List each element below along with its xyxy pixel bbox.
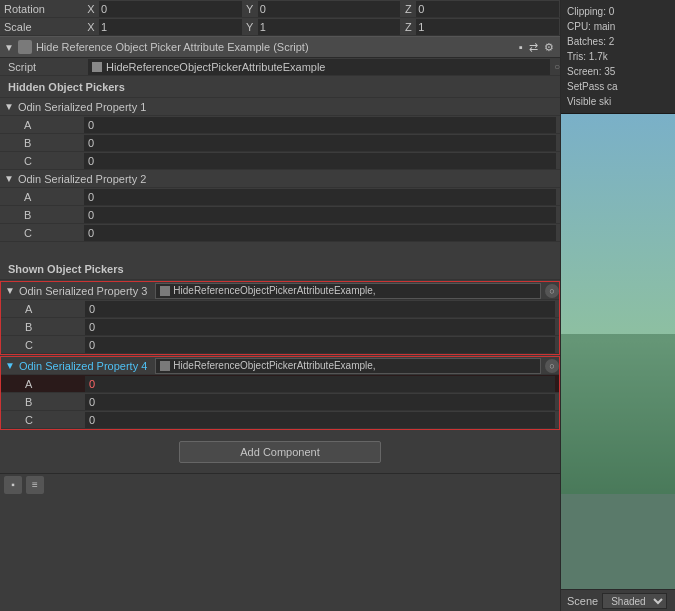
script-row: Script HideReferenceObjectPickerAttribut… (0, 58, 560, 76)
prop3-a-value[interactable]: 0 (85, 301, 555, 317)
prop3-b-value[interactable]: 0 (85, 319, 555, 335)
rotation-x-label: X (84, 3, 98, 15)
script-icon (92, 62, 102, 72)
scale-y-label: Y (243, 21, 257, 33)
prop3-c-value[interactable]: 0 (85, 337, 555, 353)
prop3-c-row: C 0 (1, 336, 559, 354)
prop1-b-row: B 0 (0, 134, 560, 152)
rotation-row: Rotation X Y Z (0, 0, 560, 18)
prop2-c-value[interactable]: 0 (84, 225, 556, 241)
bottom-icon-btn1[interactable]: ▪ (4, 476, 22, 494)
side-panel: Clipping: 0 CPU: main Batches: 2 Tris: 1… (560, 0, 675, 611)
scene-view (561, 114, 675, 589)
rotation-y-input[interactable] (258, 1, 401, 17)
prop4-arrow: ▼ (5, 360, 15, 371)
component-buttons: ▪ ⇄ ⚙ (517, 41, 556, 54)
prop4-a-value[interactable]: 0 (85, 376, 555, 392)
stats-panel: Clipping: 0 CPU: main Batches: 2 Tris: 1… (561, 0, 675, 114)
prop1-label: Odin Serialized Property 1 (18, 101, 146, 113)
prop4-a-label: A (25, 378, 85, 390)
prop4-picker-icon (160, 361, 170, 371)
prop1-a-value[interactable]: 0 (84, 117, 556, 133)
scale-x-input[interactable] (99, 19, 242, 35)
prop4-picker-field[interactable]: HideReferenceObjectPickerAttributeExampl… (155, 358, 541, 374)
scale-x-label: X (84, 21, 98, 33)
prop3-a-label: A (25, 303, 85, 315)
stat-cpu: CPU: main (567, 19, 669, 34)
prop3-c-label: C (25, 339, 85, 351)
rotation-x-input[interactable] (99, 1, 242, 17)
component-expand-arrow[interactable]: ▼ (4, 42, 14, 53)
odin-prop3-header[interactable]: ▼ Odin Serialized Property 3 HideReferen… (1, 282, 559, 300)
component-header: ▼ Hide Reference Object Picker Attribute… (0, 36, 560, 58)
rotation-y-label: Y (243, 3, 257, 15)
prop3-picker-field[interactable]: HideReferenceObjectPickerAttributeExampl… (155, 283, 541, 299)
prop2-b-value[interactable]: 0 (84, 207, 556, 223)
scene-shaded-dropdown[interactable]: Shaded (602, 593, 667, 609)
scene-toolbar: Scene Shaded (561, 589, 675, 611)
scene-svg (561, 114, 675, 494)
prop1-b-label: B (24, 137, 84, 149)
rotation-label: Rotation (4, 3, 84, 15)
component-icon-btn2[interactable]: ⇄ (527, 41, 540, 54)
rotation-x-field: X (84, 1, 243, 17)
rotation-z-field: Z (401, 1, 560, 17)
hidden-pickers-title: Hidden Object Pickers (0, 76, 560, 98)
stat-setpass: SetPass ca (567, 79, 669, 94)
prop1-b-value[interactable]: 0 (84, 135, 556, 151)
prop3-picker-circle-btn[interactable]: ○ (545, 284, 559, 298)
scene-label: Scene (567, 595, 598, 607)
script-field[interactable]: HideReferenceObjectPickerAttributeExampl… (88, 59, 550, 75)
svg-rect-1 (561, 334, 675, 494)
scale-z-input[interactable] (416, 19, 559, 35)
prop2-label: Odin Serialized Property 2 (18, 173, 146, 185)
prop3-b-row: B 0 (1, 318, 559, 336)
prop3-a-row: A 0 (1, 300, 559, 318)
scale-z-label: Z (401, 21, 415, 33)
prop4-c-row: C 0 (1, 411, 559, 429)
prop4-b-label: B (25, 396, 85, 408)
component-icon-btn1[interactable]: ▪ (517, 41, 525, 54)
prop4-c-value[interactable]: 0 (85, 412, 555, 428)
prop4-c-label: C (25, 414, 85, 426)
stat-batches: Batches: 2 (567, 34, 669, 49)
prop2-b-row: B 0 (0, 206, 560, 224)
prop2-a-label: A (24, 191, 84, 203)
prop2-a-value[interactable]: 0 (84, 189, 556, 205)
prop3-picker-text: HideReferenceObjectPickerAttributeExampl… (173, 285, 536, 296)
component-settings-btn[interactable]: ⚙ (542, 41, 556, 54)
add-component-button[interactable]: Add Component (179, 441, 381, 463)
stat-screen: Screen: 35 (567, 64, 669, 79)
bottom-toolbar: ▪ ≡ (0, 473, 560, 495)
stat-clipping: Clipping: 0 (567, 4, 669, 19)
component-title: Hide Reference Object Picker Attribute E… (36, 41, 517, 53)
odin-prop1-header[interactable]: ▼ Odin Serialized Property 1 (0, 98, 560, 116)
prop4-highlighted-container: ▼ Odin Serialized Property 4 HideReferen… (0, 356, 560, 430)
rotation-z-label: Z (401, 3, 415, 15)
add-component-row: Add Component (0, 431, 560, 473)
odin-prop4-header[interactable]: ▼ Odin Serialized Property 4 HideReferen… (1, 357, 559, 375)
scale-x-field: X (84, 19, 243, 35)
prop3-picker-icon (160, 286, 170, 296)
rotation-z-input[interactable] (416, 1, 559, 17)
prop1-arrow: ▼ (4, 101, 14, 112)
prop3-arrow: ▼ (5, 285, 15, 296)
prop1-a-row: A 0 (0, 116, 560, 134)
prop2-arrow: ▼ (4, 173, 14, 184)
bottom-icon-btn2[interactable]: ≡ (26, 476, 44, 494)
prop2-c-row: C 0 (0, 224, 560, 242)
prop3-label: Odin Serialized Property 3 (19, 285, 147, 297)
prop4-b-value[interactable]: 0 (85, 394, 555, 410)
prop1-a-label: A (24, 119, 84, 131)
prop4-label: Odin Serialized Property 4 (19, 360, 147, 372)
scale-y-input[interactable] (258, 19, 401, 35)
prop1-c-value[interactable]: 0 (84, 153, 556, 169)
scale-label: Scale (4, 21, 84, 33)
prop4-picker-circle-btn[interactable]: ○ (545, 359, 559, 373)
stat-visible: Visible ski (567, 94, 669, 109)
prop2-b-label: B (24, 209, 84, 221)
prop1-c-row: C 0 (0, 152, 560, 170)
scale-y-field: Y (243, 19, 402, 35)
odin-prop2-header[interactable]: ▼ Odin Serialized Property 2 (0, 170, 560, 188)
scale-row: Scale X Y Z (0, 18, 560, 36)
